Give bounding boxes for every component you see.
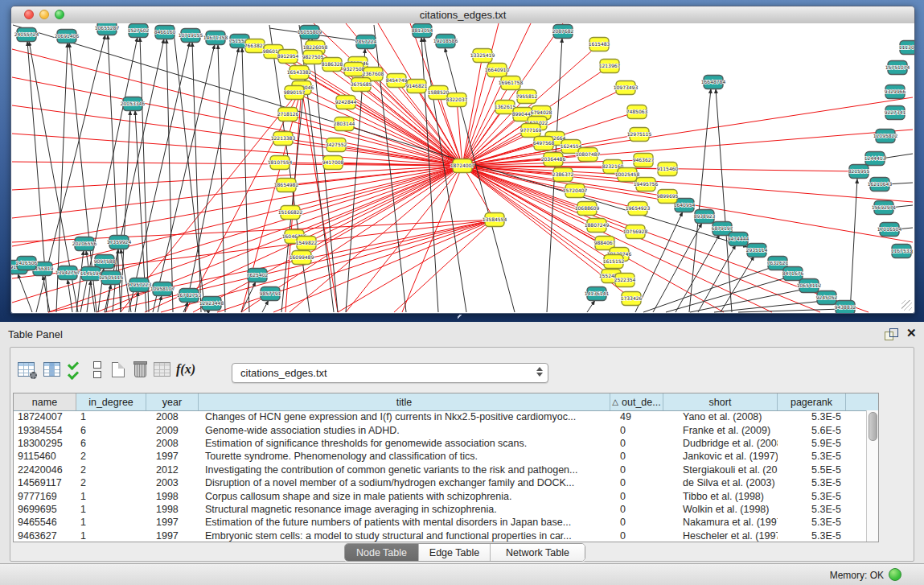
graph-node[interactable]: 9777169 xyxy=(520,124,542,138)
graph-node[interactable]: 1549822 xyxy=(296,237,318,250)
graph-node[interactable]: 1167533 xyxy=(891,245,913,258)
graph-node[interactable]: 9463627 xyxy=(633,154,655,167)
graph-node[interactable]: 10756928 xyxy=(623,225,648,239)
table-row[interactable]: 1456911722003Disruption of a novel membe… xyxy=(14,476,867,489)
graph-node[interactable]: 12505115 xyxy=(99,271,124,285)
graph-node[interactable]: 9327508 xyxy=(343,63,365,76)
graph-node[interactable]: 9827505 xyxy=(302,51,324,64)
graph-node[interactable]: 1615483 xyxy=(589,38,610,51)
graph-node[interactable]: 8454749 xyxy=(386,74,408,88)
new-table-icon[interactable] xyxy=(108,359,129,380)
graph-node[interactable]: 1113044 xyxy=(899,41,914,55)
network-canvas[interactable]: 2405572420691406106552871527602846616010… xyxy=(11,23,914,313)
graph-node[interactable]: 8466160 xyxy=(154,26,176,39)
graph-node[interactable]: 2522354 xyxy=(614,274,636,287)
column-header-title[interactable]: title xyxy=(199,393,610,410)
graph-node[interactable]: 14671358 xyxy=(203,31,228,45)
table-row[interactable]: 969969511998Structural magnetic resonanc… xyxy=(14,503,867,516)
graph-node[interactable]: 8912954 xyxy=(277,50,299,64)
graph-node[interactable]: 13584554 xyxy=(483,213,507,227)
tab-network-table[interactable]: Network Table xyxy=(491,544,585,561)
graph-node[interactable]: 12095822 xyxy=(873,130,898,143)
column-header-pagerank[interactable]: pagerank xyxy=(778,393,846,410)
graph-node[interactable]: 16055809 xyxy=(298,26,322,39)
graph-node[interactable]: 8813054 xyxy=(412,24,433,38)
column-header-in_degree[interactable]: in_degree xyxy=(76,393,146,410)
graph-node[interactable]: 8215955 xyxy=(848,165,870,179)
table-row[interactable]: 946362711997Embryonic stem cells: a mode… xyxy=(14,529,867,542)
graph-node[interactable]: 2935114 xyxy=(746,244,768,257)
graph-node[interactable]: 12923448 xyxy=(199,297,224,311)
graph-node[interactable]: 6497568 xyxy=(533,137,555,150)
graph-node[interactable]: 10973493 xyxy=(614,81,639,95)
graph-node[interactable]: 2087682 xyxy=(552,25,574,39)
graph-node[interactable]: 19218586 xyxy=(433,35,458,48)
graph-node[interactable]: 18724007 xyxy=(450,159,475,173)
graph-node[interactable]: 2803144 xyxy=(334,117,355,131)
graph-node[interactable]: 9146821 xyxy=(406,80,428,93)
graph-node[interactable]: 8322037 xyxy=(446,93,468,107)
graph-node[interactable]: 1527602 xyxy=(128,24,150,38)
table-row[interactable]: 946554611997Estimation of the future num… xyxy=(14,516,867,529)
table-row[interactable]: 911546021997Tourette syndrome. Phenomeno… xyxy=(14,450,867,463)
graph-node[interactable]: 9227341 xyxy=(885,106,906,120)
graph-node[interactable]: 21053346 xyxy=(121,97,146,111)
graph-node[interactable]: 14136141 xyxy=(585,287,610,301)
delete-table-icon[interactable] xyxy=(129,359,150,380)
graph-node[interactable]: 9438832 xyxy=(835,301,856,314)
graph-node[interactable]: 9242844 xyxy=(335,96,357,109)
graph-node[interactable]: 16782753 xyxy=(177,289,202,303)
graph-node[interactable]: 2386372 xyxy=(552,168,574,182)
graph-node[interactable]: 15166822 xyxy=(278,206,303,220)
memory-ok-indicator[interactable] xyxy=(889,568,901,581)
graph-node[interactable]: 8471676 xyxy=(782,267,804,281)
tab-edge-table[interactable]: Edge Table xyxy=(419,544,491,561)
graph-node[interactable]: 18654982 xyxy=(274,179,299,192)
table-select-dropdown[interactable]: citations_edges.txt xyxy=(232,363,548,383)
graph-node[interactable]: 1213967 xyxy=(599,60,621,73)
row-height-icon[interactable] xyxy=(87,359,108,380)
close-panel-icon[interactable]: ✕ xyxy=(906,326,917,340)
graph-node[interactable]: 8938923 xyxy=(694,210,716,224)
table-row[interactable]: 1938455462009Genome-wide association stu… xyxy=(14,423,867,436)
graph-node[interactable]: 10654112 xyxy=(797,279,822,293)
graph-node[interactable]: 17359924 xyxy=(107,236,132,249)
graph-node[interactable]: 10688609 xyxy=(575,202,600,216)
table-row[interactable]: 1830029562008Estimation of significance … xyxy=(14,437,867,450)
graph-node[interactable]: 13942757 xyxy=(55,266,80,280)
graph-node[interactable]: 1733426 xyxy=(621,292,643,306)
table-settings-icon[interactable] xyxy=(15,359,36,380)
column-visibility-icon[interactable] xyxy=(41,359,62,380)
graph-node[interactable]: 17016504 xyxy=(877,223,902,237)
graph-node[interactable]: 9474444 xyxy=(728,233,749,246)
splitter-grip[interactable] xyxy=(458,315,466,319)
graph-node[interactable]: 8186328 xyxy=(322,58,343,72)
graph-node[interactable]: 1244413 xyxy=(864,152,886,166)
graph-node[interactable]: 16640910 xyxy=(485,64,510,77)
table-scrollbar[interactable] xyxy=(866,410,878,542)
graph-node[interactable]: 15720407 xyxy=(563,184,588,198)
graph-node[interactable]: 16961758 xyxy=(499,76,524,90)
window-resize-grip[interactable] xyxy=(901,300,912,311)
graph-node[interactable]: 24055724 xyxy=(14,28,39,42)
graph-node[interactable]: 12213383 xyxy=(271,132,296,146)
column-header-out_de[interactable]: △out_de... xyxy=(610,393,663,410)
graph-node[interactable]: 19654923 xyxy=(626,202,651,216)
column-header-name[interactable]: name xyxy=(14,393,76,410)
graph-node[interactable]: 9329966 xyxy=(885,85,906,99)
graph-node[interactable]: 9115460 xyxy=(657,163,679,176)
graph-node[interactable]: 2426506 xyxy=(16,257,38,270)
graph-node[interactable]: 7955812 xyxy=(516,90,538,104)
graph-node[interactable]: 20364486 xyxy=(541,153,566,167)
graph-node[interactable]: 1615152 xyxy=(603,255,625,269)
graph-node[interactable]: 10807487 xyxy=(576,148,601,162)
scrollbar-thumb[interactable] xyxy=(869,412,877,441)
graph-node[interactable]: 20691406 xyxy=(55,30,80,43)
table-row[interactable]: 2242004622012Investigating the contribut… xyxy=(14,463,867,476)
graph-node[interactable]: 15692971 xyxy=(872,201,897,215)
float-panel-icon[interactable] xyxy=(885,328,897,340)
table-row[interactable]: 977716911998Corpus callosum shape and si… xyxy=(14,489,867,502)
select-rows-icon[interactable] xyxy=(63,359,84,380)
graph-node[interactable]: 3427552 xyxy=(326,138,347,152)
column-header-year[interactable]: year xyxy=(146,393,199,410)
